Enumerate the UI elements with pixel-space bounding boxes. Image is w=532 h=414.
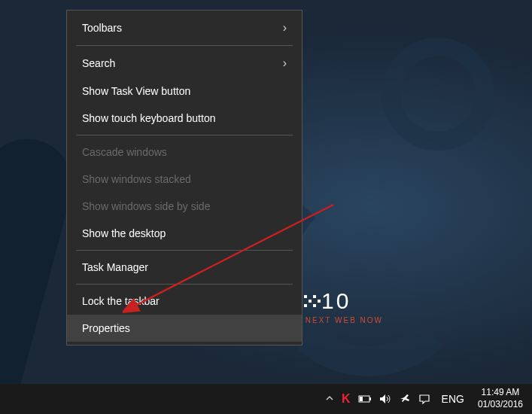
menu-item-lock-taskbar[interactable]: Lock the taskbar	[67, 288, 302, 315]
menu-label: Task Manager	[82, 261, 148, 273]
menu-label: Show windows stacked	[82, 173, 191, 185]
menu-item-show-touch-keyboard[interactable]: Show touch keyboard button	[67, 105, 302, 132]
tray-overflow-icon[interactable]	[321, 394, 338, 404]
separator	[76, 135, 293, 135]
chevron-right-icon: ›	[283, 56, 287, 70]
svg-rect-3	[360, 397, 363, 401]
language-indicator[interactable]: ENG	[434, 393, 472, 405]
menu-item-show-task-view[interactable]: Show Task View button	[67, 78, 302, 105]
menu-item-task-manager[interactable]: Task Manager	[67, 254, 302, 281]
menu-label: Show touch keyboard button	[82, 112, 215, 124]
menu-item-search[interactable]: Search ›	[67, 49, 302, 78]
chevron-right-icon: ›	[283, 21, 287, 35]
antivirus-icon[interactable]: K	[338, 392, 354, 406]
menu-item-show-desktop[interactable]: Show the desktop	[67, 220, 302, 247]
menu-label: Toolbars	[82, 22, 122, 34]
menu-item-windows-side-by-side: Show windows side by side	[67, 193, 302, 220]
separator	[76, 250, 293, 251]
clock-date: 01/03/2016	[478, 399, 523, 411]
menu-item-toolbars[interactable]: Toolbars ›	[67, 14, 302, 42]
taskbar-context-menu: Toolbars › Search › Show Task View butto…	[66, 10, 302, 346]
system-clock[interactable]: 11:49 AM 01/03/2016	[472, 387, 526, 410]
menu-label: Search	[82, 57, 115, 69]
menu-item-cascade-windows: Cascade windows	[67, 139, 302, 166]
separator	[76, 45, 293, 46]
menu-label: Show Task View button	[82, 85, 190, 97]
menu-item-windows-stacked: Show windows stacked	[67, 166, 302, 193]
menu-label: Lock the taskbar	[82, 295, 160, 307]
airplane-mode-icon[interactable]	[395, 393, 415, 405]
action-center-icon[interactable]	[415, 394, 434, 404]
menu-label: Show windows side by side	[82, 200, 210, 212]
clock-time: 11:49 AM	[478, 387, 523, 399]
menu-label: Show the desktop	[82, 227, 166, 239]
menu-item-properties[interactable]: Properties	[67, 315, 302, 342]
volume-icon[interactable]	[375, 394, 395, 404]
menu-label: Cascade windows	[82, 146, 167, 158]
menu-label: Properties	[82, 322, 130, 334]
svg-rect-2	[369, 397, 371, 400]
separator	[76, 284, 293, 285]
battery-icon[interactable]	[354, 394, 375, 403]
taskbar: K ENG 11:49 AM 01/03/2016	[0, 384, 532, 414]
